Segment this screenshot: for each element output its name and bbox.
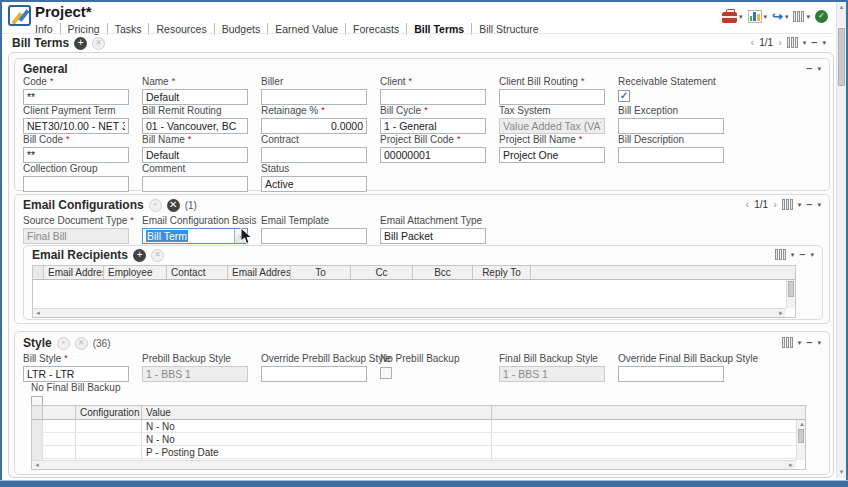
name-input[interactable] [142,89,248,105]
add-email-configuration-button[interactable]: + [149,199,162,212]
column-header-value[interactable]: Value [142,406,492,419]
scroll-up-icon[interactable]: ▲ [837,3,846,12]
collapse-icon[interactable]: – [799,249,805,260]
add-bill-term-button[interactable]: + [74,37,87,50]
next-page-icon[interactable]: › [778,37,782,48]
contract-input[interactable] [261,147,367,163]
collection-group-input[interactable] [23,176,129,192]
field-collection-group: Collection Group [23,163,129,192]
value-cell[interactable]: P - Posting Date [142,446,492,458]
caret-down-icon[interactable]: ▾ [810,251,814,258]
scrollbar-thumb[interactable] [838,28,845,86]
column-header-contact[interactable]: Contact [167,266,228,279]
add-style-button[interactable]: + [57,337,70,350]
delete-bill-term-button[interactable]: ✕ [92,37,105,50]
green-check-icon[interactable]: ✓ [815,10,828,23]
value-cell[interactable]: N - No [142,420,492,432]
column-header-filler [531,266,795,279]
client-payment-term-input[interactable] [23,118,129,134]
scroll-right-icon[interactable]: ► [776,309,786,318]
navigate-menu[interactable]: ↪ ▾ [772,10,788,23]
biller-input[interactable] [261,89,367,105]
row-selector[interactable] [32,420,43,432]
scroll-right-icon[interactable]: ► [786,461,796,470]
bill-cycle-input[interactable] [380,118,486,134]
scroll-left-icon[interactable]: ◄ [32,461,42,470]
toolbox-menu[interactable]: ▾ [722,9,743,23]
columns-icon[interactable] [787,37,798,48]
column-header-cc[interactable]: Cc [351,266,413,279]
comment-input[interactable] [142,176,248,192]
delete-email-recipient-button[interactable]: ✕ [151,249,164,262]
style-grid-horizontal-scrollbar[interactable]: ◄ ► [32,460,796,469]
column-header-email-address-type[interactable]: Email Address Type [44,266,104,279]
project-bill-code-input[interactable] [380,147,486,163]
project-bill-name-input[interactable] [499,147,605,163]
scrollbar-thumb[interactable] [788,281,794,297]
scrollbar-thumb[interactable] [798,429,804,443]
retainage-input[interactable] [261,118,367,134]
caret-down-icon[interactable]: ▾ [817,339,821,346]
bill-name-input[interactable] [142,147,248,163]
scroll-left-icon[interactable]: ◄ [33,309,43,318]
chart-menu[interactable]: ▾ [748,10,768,23]
email-recipients-horizontal-scrollbar[interactable]: ◄ ► [33,308,786,317]
value-cell[interactable]: N - No [142,433,492,445]
column-header-reply-to[interactable]: Reply To [473,266,531,279]
columns-menu[interactable]: ▾ [793,11,810,22]
caret-down-icon[interactable]: ▾ [791,251,795,258]
add-email-recipient-button[interactable]: + [133,249,146,262]
caret-down-icon[interactable]: ▾ [803,39,807,46]
collapse-icon[interactable]: – [806,199,812,210]
caret-down-icon[interactable]: ▾ [817,65,821,72]
bill-style-input[interactable] [23,366,129,382]
columns-icon[interactable] [782,199,793,210]
columns-icon[interactable] [782,337,793,348]
bill-remit-routing-input[interactable] [142,118,248,134]
style-grid-vertical-scrollbar[interactable]: ▲ [796,420,805,460]
email-template-input[interactable] [261,228,367,244]
caret-down-icon[interactable]: ▾ [817,201,821,208]
next-page-icon[interactable]: › [773,199,777,210]
caret-down-icon[interactable]: ▾ [822,39,826,46]
column-header-bcc[interactable]: Bcc [413,266,473,279]
override-prebill-backup-style-input[interactable] [261,366,367,382]
scroll-up-icon[interactable]: ▲ [797,420,806,429]
caret-down-icon[interactable]: ▾ [798,339,802,346]
column-header-to[interactable]: To [291,266,351,279]
delete-email-configuration-button[interactable]: ✕ [167,199,180,212]
column-header-email-address[interactable]: Email Address [228,266,291,279]
columns-icon[interactable] [775,249,786,260]
status-input[interactable] [261,176,367,192]
bill-code-input[interactable] [23,147,129,163]
override-final-bill-backup-style-input[interactable] [618,366,724,382]
bill-exception-input[interactable] [618,118,724,134]
delete-style-button[interactable]: ✕ [75,337,88,350]
client-input[interactable] [380,89,486,105]
prev-page-icon[interactable]: ‹ [751,37,755,48]
table-row[interactable]: N - No [32,433,805,446]
table-row[interactable]: N - No [32,420,805,433]
collapse-icon[interactable]: – [811,37,817,48]
field-label: No Final Bill Backup [31,382,120,393]
email-recipients-vertical-scrollbar[interactable] [786,280,795,308]
column-header-configuration[interactable]: Configuration [76,406,142,419]
prev-page-icon[interactable]: ‹ [746,199,750,210]
email-attachment-type-input[interactable] [380,228,486,244]
caret-down-icon[interactable]: ▾ [798,201,802,208]
email-configuration-basis-dropdown[interactable]: Bill Term ▾ [142,228,248,244]
no-prebill-backup-checkbox[interactable] [380,367,392,379]
column-header-employee[interactable]: Employee [104,266,167,279]
bill-description-input[interactable] [618,147,724,163]
required-marker: * [64,353,68,363]
row-selector[interactable] [32,446,43,458]
row-selector[interactable] [32,433,43,445]
page-scrollbar[interactable]: ▲ ▼ [836,2,846,478]
collapse-icon[interactable]: – [806,63,812,74]
code-input[interactable] [23,89,129,105]
scroll-down-icon[interactable]: ▼ [837,468,846,477]
client-bill-routing-input[interactable] [499,89,605,105]
collapse-icon[interactable]: – [806,337,812,348]
receivable-statement-checkbox[interactable]: ✓ [618,90,630,102]
table-row[interactable]: P - Posting Date [32,446,805,459]
